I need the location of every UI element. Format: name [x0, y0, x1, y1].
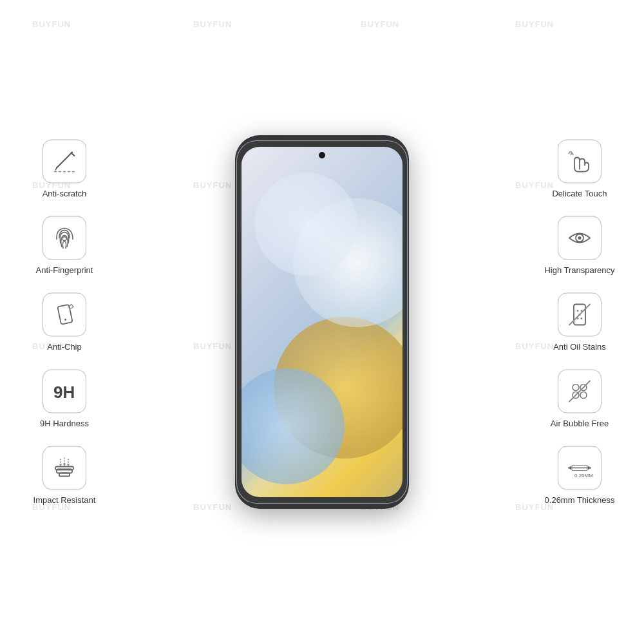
high-transparency-label: High Transparency	[544, 265, 614, 275]
delicate-touch-icon	[565, 147, 594, 176]
high-transparency-icon-box	[558, 216, 601, 260]
svg-marker-32	[568, 466, 571, 470]
anti-fingerprint-icon-box	[43, 216, 86, 260]
svg-point-6	[64, 319, 67, 321]
svg-line-2	[55, 168, 57, 171]
feature-impact-resistant: Impact Resistant	[13, 446, 116, 505]
feature-9h-hardness: 9H 9H Hardness	[13, 370, 116, 428]
high-transparency-icon	[565, 224, 594, 252]
feature-anti-chip: Anti-Chip	[13, 293, 116, 352]
svg-point-29	[580, 392, 587, 399]
impact-resistant-icon-box	[43, 446, 86, 490]
delicate-touch-label: Delicate Touch	[552, 189, 607, 198]
anti-chip-label: Anti-Chip	[47, 342, 81, 352]
svg-point-20	[577, 310, 579, 312]
watermark-4: BUYFUN	[515, 19, 554, 29]
anti-scratch-icon-box	[43, 140, 86, 184]
svg-rect-9	[59, 473, 70, 477]
thickness-label: 0.26mm Thickness	[545, 495, 615, 505]
air-bubble-free-label: Air Bubble Free	[551, 419, 609, 428]
watermark-3: BUYFUN	[361, 19, 399, 29]
phone-area	[229, 122, 415, 522]
svg-rect-5	[57, 305, 72, 325]
svg-point-24	[581, 317, 583, 319]
phone-body	[235, 135, 409, 509]
feature-air-bubble-free: Air Bubble Free	[528, 370, 631, 428]
thickness-icon-box: 0.26MM	[558, 446, 601, 490]
anti-fingerprint-label: Anti-Fingerprint	[36, 265, 93, 275]
impact-resistant-label: Impact Resistant	[33, 495, 96, 505]
watermark-1: BUYFUN	[32, 19, 71, 29]
svg-line-25	[569, 305, 590, 325]
9h-hardness-icon-box: 9H	[43, 370, 86, 413]
features-right: Delicate Touch High Transparency	[528, 140, 631, 505]
anti-fingerprint-icon	[50, 224, 79, 252]
anti-oil-stains-label: Anti Oil Stains	[553, 342, 606, 352]
anti-oil-stains-icon-box	[558, 293, 601, 337]
main-container: BUYFUN BUYFUN BUYFUN BUYFUN BUYFUN BUYFU…	[0, 0, 644, 644]
9h-hardness-label: 9H Hardness	[40, 419, 89, 428]
watermark-2: BUYFUN	[193, 19, 232, 29]
feature-thickness: 0.26MM 0.26mm Thickness	[528, 446, 631, 505]
svg-text:9H: 9H	[53, 383, 75, 402]
feature-delicate-touch: Delicate Touch	[528, 140, 631, 198]
thickness-icon: 0.26MM	[565, 454, 594, 482]
anti-oil-stains-icon	[565, 301, 594, 329]
watermark-10: BUYFUN	[193, 341, 232, 351]
svg-line-30	[569, 381, 590, 402]
feature-high-transparency: High Transparency	[528, 216, 631, 275]
glass-protector	[236, 140, 408, 504]
9h-hardness-icon: 9H	[50, 377, 79, 406]
air-bubble-free-icon-box	[558, 370, 601, 413]
svg-point-26	[573, 384, 579, 391]
anti-scratch-label: Anti-scratch	[43, 189, 87, 198]
svg-rect-10	[55, 467, 73, 470]
svg-line-0	[57, 153, 72, 168]
svg-point-18	[578, 236, 582, 240]
feature-anti-oil-stains: Anti Oil Stains	[528, 293, 631, 352]
impact-resistant-icon	[50, 454, 79, 482]
camera-hole	[319, 152, 325, 158]
svg-text:0.26MM: 0.26MM	[574, 473, 593, 478]
feature-anti-fingerprint: Anti-Fingerprint	[13, 216, 116, 275]
svg-marker-33	[588, 466, 591, 470]
anti-chip-icon	[50, 301, 79, 329]
anti-scratch-icon	[50, 147, 79, 176]
features-left: Anti-scratch Anti-Fingerprint	[13, 140, 116, 505]
anti-chip-icon-box	[43, 293, 86, 337]
watermark-6: BUYFUN	[193, 180, 232, 190]
svg-line-1	[71, 153, 75, 156]
feature-anti-scratch: Anti-scratch	[13, 140, 116, 198]
delicate-touch-icon-box	[558, 140, 601, 184]
air-bubble-free-icon	[565, 377, 594, 406]
watermark-14: BUYFUN	[193, 502, 232, 512]
